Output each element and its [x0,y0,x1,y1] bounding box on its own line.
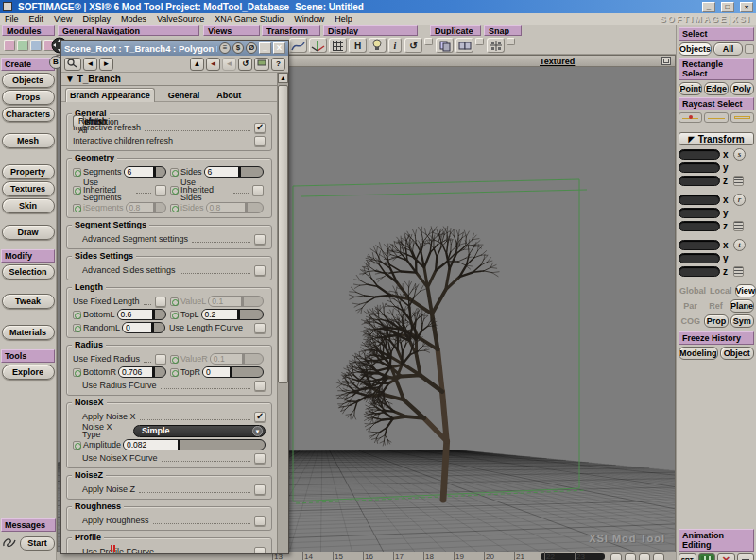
panel-scrollbar[interactable]: ▲ [277,73,288,553]
copy-icon[interactable] [436,38,454,53]
mode-cog-button[interactable]: COG [679,314,702,328]
property-editor-panel[interactable]: Scene_Root : T_Branch4 : Polygon Mesh : … [60,40,289,554]
transform-s-button[interactable]: s [733,148,746,161]
menu-display[interactable]: Display [82,14,111,24]
sidebar-item-materials[interactable]: Materials [2,325,55,340]
tab-about[interactable]: About [213,89,245,102]
panel-minimize-button[interactable]: _ [259,42,271,54]
checkbox[interactable] [254,234,266,245]
slider-isides[interactable]: 0.8 [206,202,264,213]
remove-animation-icon[interactable]: ✕ [717,553,735,560]
hide-button[interactable]: H [349,38,367,53]
menu-file[interactable]: File [5,14,19,24]
select-all-button[interactable]: All [713,42,743,56]
raycast-poly-button[interactable] [730,112,754,123]
transform-s-options-icon[interactable] [733,176,744,186]
slider-valuel[interactable]: 0.1 [208,296,264,307]
param-divot[interactable] [73,186,81,195]
refresh-panel-icon[interactable]: ↺ [238,58,252,71]
keyframe-icon[interactable] [254,58,269,71]
mode-ref-button[interactable]: Ref [704,299,728,313]
mode-sym-button[interactable]: Sym [730,314,754,328]
help-button[interactable]: ? [271,58,285,71]
minimize-button[interactable]: _ [702,2,715,12]
menu-help[interactable]: Help [335,14,352,24]
slider-bottoml[interactable]: 0.6 [117,309,166,320]
poly-select-button[interactable]: Poly [730,82,754,95]
transform-r-button[interactable]: r [733,194,746,206]
param-divot[interactable] [170,297,179,306]
transform-s-z-slider[interactable] [679,176,720,186]
mode-prop-button[interactable]: Prop [704,314,728,328]
sidebar-item-characters[interactable]: Characters [2,107,55,122]
sidebar-item-props[interactable]: Props [2,90,55,105]
checkbox[interactable] [254,381,266,391]
property-panel-titlebar[interactable]: Scene_Root : T_Branch4 : Polygon Mesh : … [61,41,288,56]
swatch-blue-icon[interactable] [30,40,42,51]
freeze-object-button[interactable]: Object [720,347,755,360]
rotate-options-button[interactable] [424,38,433,45]
checkbox[interactable] [254,547,266,554]
rotate-icon[interactable]: ↺ [404,38,422,53]
checkbox[interactable] [254,323,266,333]
sidebar-item-tweak[interactable]: Tweak [2,294,55,309]
key-button[interactable] [653,553,664,560]
transform-r-z-slider[interactable] [679,221,720,231]
scroll-up-icon[interactable]: ▲ [278,73,288,83]
node-header[interactable]: ▼ T_Branch [61,73,288,86]
slider-topr[interactable]: 0 [202,366,264,378]
checkbox[interactable] [155,185,166,195]
transform-header[interactable]: Transform [679,132,754,145]
checkbox[interactable] [254,136,266,146]
select-options-button[interactable] [745,44,754,54]
point-select-button[interactable]: Point [679,82,702,95]
mode-view-button[interactable]: View [735,284,756,297]
srt-keys-button[interactable]: SRT [679,553,696,560]
forward-button[interactable]: ◄ [222,58,236,71]
update-mode-icon[interactable]: ≡ [219,42,231,54]
swatch-green-icon[interactable] [17,40,28,51]
duplicate-icon[interactable] [455,38,473,53]
menu-xna-game-studio[interactable]: XNA Game Studio [215,14,284,24]
menu-modes[interactable]: Modes [121,14,146,24]
menu-valvesource[interactable]: ValveSource [157,14,204,24]
slider-sides[interactable]: 6 [204,166,264,178]
button-refresh-all[interactable]: Refresh All [73,115,84,127]
checkbox[interactable] [254,412,266,422]
menu-view[interactable]: View [54,14,72,24]
tab-general[interactable]: General [164,89,204,102]
checkbox[interactable] [254,265,266,276]
transform-s-x-slider[interactable] [679,149,720,160]
slider-topl[interactable]: 0.2 [201,309,264,320]
checkbox[interactable] [155,297,166,307]
up-node-button[interactable]: ▲ [190,58,204,71]
back-button[interactable]: ◄ [206,58,220,71]
start-button[interactable]: Start [20,536,55,551]
slider-valuer[interactable]: 0.1 [210,353,264,365]
axes-icon[interactable] [309,38,327,53]
checkbox[interactable] [254,453,266,464]
param-divot[interactable] [170,311,179,319]
maximize-button[interactable]: □ [721,2,734,12]
viewport-maximize-icon[interactable] [662,57,671,65]
grid-toggle-icon[interactable] [329,38,347,53]
sidebar-item-selection[interactable]: Selection [2,264,55,280]
curve-tool-icon[interactable] [289,38,307,53]
slider-amplitude[interactable]: 0.082 [123,439,266,450]
sidebar-item-textures[interactable]: Textures [2,181,55,196]
transform-t-button[interactable]: t [733,239,746,251]
checkbox[interactable] [254,484,266,495]
transform-r-y-slider[interactable] [679,208,720,218]
param-divot[interactable] [73,368,81,377]
checkbox[interactable] [155,354,166,365]
transform-s-y-slider[interactable] [679,162,720,173]
transform-t-z-slider[interactable] [679,266,720,277]
menu-window[interactable]: Window [294,14,324,24]
slider-bottomr[interactable]: 0.706 [118,366,166,378]
mode-local-button[interactable]: Local [709,284,733,297]
param-divot[interactable] [170,355,179,364]
scroll-thumb[interactable] [278,85,288,383]
close-button[interactable]: × [740,2,753,12]
transform-t-y-slider[interactable] [679,253,720,263]
mode-par-button[interactable]: Par [679,299,702,313]
